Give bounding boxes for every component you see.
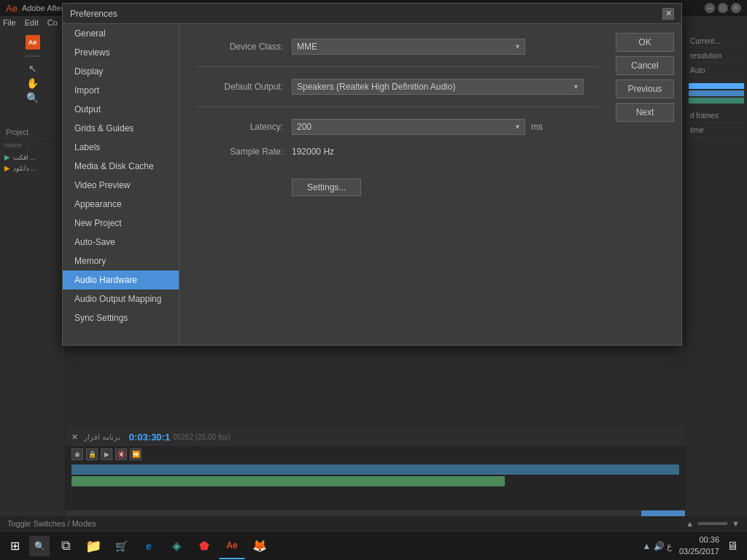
- project-item-1: ▶ افکت ...: [3, 152, 62, 163]
- sidebar-item-import[interactable]: Import: [63, 81, 179, 100]
- ae-logo-icon: Ae: [6, 3, 18, 14]
- divider-1: [26, 55, 40, 57]
- timeline-close-icon[interactable]: ✕: [71, 432, 78, 442]
- taskbar-right: ▲ 🔊 ع 00:36 03/25/2017 🖥: [642, 534, 747, 557]
- default-output-select[interactable]: Speakers (Realtek High Definition Audio): [292, 79, 584, 95]
- prefs-body: General Previews Display Import Output G…: [63, 24, 681, 345]
- sidebar-item-auto-save[interactable]: Auto-Save: [63, 233, 179, 252]
- color-strip-blue: [689, 83, 744, 89]
- default-output-label: Default Output:: [197, 82, 292, 92]
- taskbar-time: 00:36 03/25/2017: [679, 534, 719, 557]
- timeline-fps: 05262 (25.00 fps): [173, 433, 230, 441]
- taskbar-store[interactable]: 🛒: [108, 533, 134, 559]
- time-display: 00:36: [679, 534, 719, 545]
- tool-zoom[interactable]: 🔍: [26, 92, 39, 104]
- taskbar-file-explorer[interactable]: 📁: [80, 533, 107, 559]
- sidebar-item-grids-guides[interactable]: Grids & Guides: [63, 119, 179, 138]
- sidebar-item-appearance[interactable]: Appearance: [63, 195, 179, 214]
- sidebar-item-output[interactable]: Output: [63, 100, 179, 119]
- tool-arrow[interactable]: ↖: [28, 63, 37, 74]
- sidebar-item-audio-output-mapping[interactable]: Audio Output Mapping: [63, 289, 179, 308]
- latency-select[interactable]: 100 200 300 400 500: [292, 119, 525, 135]
- sidebar-item-sync-settings[interactable]: Sync Settings: [63, 308, 179, 327]
- timeline-btn-mute[interactable]: 🔇: [115, 448, 127, 460]
- menu-file[interactable]: File: [3, 18, 16, 27]
- settings-button[interactable]: Settings...: [292, 179, 361, 196]
- latency-select-wrapper: 100 200 300 400 500: [292, 119, 525, 135]
- sidebar-item-audio-hardware[interactable]: Audio Hardware: [63, 271, 179, 289]
- timeline-timecode: 0:03:30:1: [129, 432, 170, 443]
- default-output-row: Default Output: Speakers (Realtek High D…: [197, 79, 598, 95]
- sidebar-item-media-disk-cache[interactable]: Media & Disk Cache: [63, 157, 179, 176]
- ok-button[interactable]: OK: [616, 33, 674, 52]
- timeline-controls: ◉ 🔒 ▶ 🔇 ⏩: [66, 446, 685, 463]
- previous-button[interactable]: Previous: [616, 79, 674, 98]
- prefs-dialog-buttons: OK Cancel Previous Next: [616, 24, 681, 345]
- statusbar-up-arrow[interactable]: ▲: [686, 519, 694, 528]
- cancel-button[interactable]: Cancel: [616, 56, 674, 75]
- statusbar-down-arrow[interactable]: ▼: [732, 519, 740, 528]
- timeline-title: برنامه افزار: [84, 433, 120, 441]
- prefs-titlebar: Preferences ✕: [63, 4, 681, 24]
- sidebar-item-memory[interactable]: Memory: [63, 252, 179, 271]
- timeline-btn-play[interactable]: ▶: [101, 448, 112, 460]
- statusbar-slider[interactable]: [698, 522, 727, 525]
- next-button[interactable]: Next: [616, 103, 674, 122]
- timeline-header: ✕ برنامه افزار 0:03:30:1 05262 (25.00 fp…: [66, 429, 685, 446]
- right-item-current: Current...: [689, 35, 744, 48]
- maximize-button[interactable]: □: [718, 3, 728, 13]
- sidebar-item-display[interactable]: Display: [63, 62, 179, 81]
- latency-row: Latency: 100 200 300 400 500 ms: [197, 119, 598, 135]
- taskbar-task-view[interactable]: ⧉: [53, 533, 79, 559]
- sidebar-item-labels[interactable]: Labels: [63, 138, 179, 157]
- device-class-select[interactable]: MME ASIO WDM-KS: [292, 39, 525, 55]
- timeline-btn-forward[interactable]: ⏩: [130, 448, 142, 460]
- statusbar-controls: ▲ ▼: [686, 519, 740, 528]
- color-strip-blue2: [689, 90, 744, 96]
- timeline-btn-solo[interactable]: ◉: [71, 448, 83, 460]
- date-display: 03/25/2017: [679, 546, 719, 557]
- taskbar-app-red[interactable]: ⬟: [191, 533, 217, 559]
- timeline-scrollbar[interactable]: [66, 510, 685, 516]
- latency-label: Latency:: [197, 122, 292, 132]
- project-label: Project: [3, 127, 62, 138]
- device-class-row: Device Class: MME ASIO WDM-KS: [197, 39, 598, 55]
- ae-statusbar: Toggle Switches / Modes ▲ ▼: [0, 516, 747, 531]
- start-button[interactable]: ⊞: [0, 532, 29, 561]
- taskbar: ⊞ 🔍 ⧉ 📁 🛒 e ◈ ⬟ Ae 🦊 ▲ 🔊 ع 00:36 03/25/2…: [0, 531, 747, 560]
- ae-icon: Ae: [26, 35, 40, 50]
- sidebar-item-general[interactable]: General: [63, 24, 179, 43]
- taskbar-edge[interactable]: e: [136, 533, 162, 559]
- timeline-btn-lock[interactable]: 🔒: [86, 448, 98, 460]
- tool-hand[interactable]: ✋: [26, 77, 39, 89]
- right-item-auto: Auto: [689, 64, 744, 77]
- notification-icon[interactable]: 🖥: [727, 540, 738, 553]
- menu-edit[interactable]: Edit: [25, 18, 39, 27]
- close-button[interactable]: ✕: [731, 3, 741, 13]
- taskbar-firefox[interactable]: 🦊: [247, 533, 273, 559]
- taskbar-after-effects[interactable]: Ae: [219, 533, 245, 559]
- device-class-label: Device Class:: [197, 42, 292, 52]
- sample-rate-label: Sample Rate:: [197, 147, 292, 157]
- latency-control: 100 200 300 400 500: [292, 119, 525, 135]
- timeline-scrollbar-thumb[interactable]: [641, 510, 685, 516]
- sample-rate-value: 192000 Hz: [292, 147, 525, 157]
- sample-rate-display: 192000 Hz: [292, 147, 334, 157]
- left-panel-tools: Ae ↖ ✋ 🔍: [0, 29, 65, 109]
- timeline-strip-1: [71, 464, 679, 475]
- taskbar-app-blue[interactable]: ◈: [163, 533, 190, 559]
- prefs-close-button[interactable]: ✕: [662, 8, 674, 20]
- right-item-frames: d frames: [689, 109, 744, 122]
- search-taskbar-button[interactable]: 🔍: [29, 536, 50, 556]
- minimize-button[interactable]: ─: [705, 3, 715, 13]
- divider-2: [197, 106, 598, 107]
- color-strip-green: [689, 98, 744, 104]
- sidebar-item-video-preview[interactable]: Video Preview: [63, 176, 179, 195]
- sidebar-item-previews[interactable]: Previews: [63, 43, 179, 62]
- audio-hardware-content: Device Class: MME ASIO WDM-KS: [197, 39, 598, 330]
- sidebar-item-new-project[interactable]: New Project: [63, 214, 179, 233]
- prefs-content: Device Class: MME ASIO WDM-KS: [179, 24, 616, 345]
- project-sort: Name ⋮: [3, 138, 62, 152]
- prefs-title: Preferences: [70, 9, 117, 19]
- menu-composition[interactable]: Co: [47, 18, 58, 27]
